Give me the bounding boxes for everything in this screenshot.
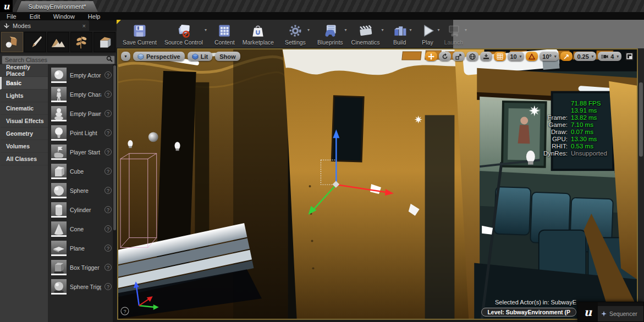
window-scrollbar[interactable] bbox=[638, 48, 644, 322]
close-icon[interactable]: × bbox=[82, 23, 86, 29]
paint-mode-tab[interactable] bbox=[24, 32, 46, 52]
landscape-mode-tab[interactable] bbox=[47, 32, 69, 52]
list-item[interactable]: Cube ? bbox=[48, 162, 113, 181]
list-item[interactable]: Cylinder ? bbox=[48, 200, 113, 219]
blueprints-button[interactable]: Blueprints bbox=[313, 21, 347, 47]
scrollbar-thumb[interactable] bbox=[113, 65, 116, 230]
source-control-button[interactable]: Source Control bbox=[161, 21, 207, 47]
help-icon[interactable]: ? bbox=[104, 110, 112, 117]
rotation-snap-value[interactable]: 10°▾ bbox=[540, 52, 559, 61]
surface-snap-button[interactable] bbox=[480, 52, 492, 61]
dropdown-caret-icon[interactable]: ▾ bbox=[410, 27, 412, 32]
launch-button[interactable]: Launch bbox=[441, 21, 467, 47]
modes-sprout-icon bbox=[3, 23, 10, 29]
camera-speed-button[interactable]: 4▾ bbox=[598, 52, 621, 61]
list-item[interactable]: Sphere ? bbox=[48, 181, 113, 200]
foliage-mode-tab[interactable] bbox=[70, 32, 92, 52]
dropdown-caret-icon[interactable]: ▾ bbox=[205, 27, 207, 32]
list-item[interactable]: Player Start ? bbox=[48, 142, 113, 162]
dropdown-caret-icon[interactable]: ▾ bbox=[382, 27, 384, 32]
move-tool-button[interactable] bbox=[425, 52, 437, 61]
mode-tab-bar bbox=[0, 31, 117, 53]
save-current-button[interactable]: Save Current bbox=[119, 21, 161, 47]
list-item[interactable]: Cone ? bbox=[48, 219, 113, 238]
help-icon[interactable]: ? bbox=[104, 71, 112, 79]
level-button[interactable]: Level: SubwayEnvironment (P bbox=[481, 308, 576, 317]
popup-titlebar[interactable] bbox=[598, 302, 643, 306]
help-icon[interactable]: ? bbox=[104, 264, 112, 271]
grid-snap-toggle[interactable] bbox=[494, 52, 506, 61]
empty-actor-thumbnail bbox=[51, 68, 67, 83]
level-tab[interactable]: SubwayEnvironment* bbox=[16, 1, 98, 12]
menu-file[interactable]: File bbox=[7, 13, 16, 20]
category-cinematic[interactable]: Cinematic bbox=[0, 102, 48, 115]
grid-snap-value[interactable]: 10▾ bbox=[508, 52, 525, 61]
clapperboard-icon bbox=[357, 23, 375, 38]
list-item[interactable]: Empty Pawn ? bbox=[48, 104, 113, 123]
menu-edit[interactable]: Edit bbox=[30, 13, 40, 20]
category-recently-placed[interactable]: Recently Placed bbox=[0, 64, 48, 77]
viewport-options-button[interactable]: ▼ bbox=[121, 52, 130, 61]
empty-character-thumbnail bbox=[51, 87, 67, 102]
category-lights[interactable]: Lights bbox=[0, 90, 48, 102]
help-icon[interactable]: ? bbox=[104, 91, 112, 98]
scale-snap-value[interactable]: 0.25▾ bbox=[574, 52, 596, 61]
category-basic[interactable]: Basic bbox=[0, 77, 48, 90]
help-icon[interactable]: ? bbox=[104, 187, 112, 194]
settings-button[interactable]: Settings bbox=[281, 21, 310, 47]
dropdown-caret-icon: ▾ bbox=[554, 54, 557, 59]
rotate-tool-button[interactable] bbox=[439, 52, 451, 61]
view-mode-button[interactable]: Lit bbox=[188, 52, 212, 61]
dropdown-caret-icon[interactable]: ▾ bbox=[438, 27, 440, 32]
build-button[interactable]: Build bbox=[388, 21, 412, 47]
scale-tool-button[interactable] bbox=[453, 52, 465, 61]
viewport-toolbar-right: 10▾ 10°▾ 0.25▾ 4▾ bbox=[425, 52, 634, 61]
menu-help[interactable]: Help bbox=[88, 13, 101, 20]
search-classes-input[interactable] bbox=[2, 55, 115, 64]
content-button[interactable]: Content bbox=[211, 21, 239, 47]
help-icon[interactable]: ? bbox=[104, 283, 112, 290]
viewport-canvas[interactable]: ? ▼ Perspective Lit Show bbox=[117, 48, 638, 320]
maximize-viewport-button[interactable] bbox=[625, 52, 634, 60]
modes-scrollbar[interactable] bbox=[113, 64, 117, 322]
cinematics-button[interactable]: Cinematics bbox=[348, 21, 384, 47]
perspective-icon bbox=[137, 53, 144, 60]
show-flags-button[interactable]: Show bbox=[215, 52, 240, 61]
modes-tab[interactable]: Modes × bbox=[0, 20, 89, 31]
geometry-mode-tab[interactable] bbox=[93, 32, 115, 52]
help-icon[interactable]: ? bbox=[104, 245, 112, 252]
list-item[interactable]: Point Light ? bbox=[48, 123, 113, 142]
camera-mode-button[interactable]: Perspective bbox=[133, 52, 185, 61]
dropdown-caret-icon[interactable]: ▾ bbox=[345, 27, 347, 32]
viewport-help-icon[interactable]: ? bbox=[121, 307, 129, 315]
list-item[interactable]: Plane ? bbox=[48, 238, 113, 258]
scrollbar-thumb[interactable] bbox=[639, 82, 643, 157]
marketplace-button[interactable]: Marketplace bbox=[239, 21, 278, 47]
help-icon[interactable]: ? bbox=[104, 168, 112, 175]
cube-thumbnail bbox=[51, 164, 67, 179]
help-icon[interactable]: ? bbox=[104, 148, 112, 156]
world-local-toggle[interactable] bbox=[466, 52, 478, 61]
category-geometry[interactable]: Geometry bbox=[0, 127, 48, 140]
play-button[interactable]: Play bbox=[416, 21, 440, 47]
list-item[interactable]: Empty Actor ? bbox=[48, 65, 113, 85]
sequencer-popup[interactable]: u Sequencer bbox=[577, 302, 644, 322]
dropdown-caret-icon[interactable]: ▾ bbox=[307, 27, 310, 32]
sequencer-menu-item[interactable]: Sequencer bbox=[598, 306, 643, 321]
lit-cube-icon bbox=[192, 53, 199, 60]
subway-poster bbox=[502, 102, 546, 167]
category-visual-effects[interactable]: Visual Effects bbox=[0, 115, 48, 127]
list-item[interactable]: Box Trigger ? bbox=[48, 258, 113, 277]
scale-snap-toggle[interactable] bbox=[560, 52, 573, 61]
floppy-disk-icon bbox=[131, 23, 148, 38]
help-icon[interactable]: ? bbox=[104, 225, 112, 232]
help-icon[interactable]: ? bbox=[104, 129, 112, 136]
list-item[interactable]: Sphere Trigge ? bbox=[48, 277, 113, 296]
list-item[interactable]: Empty Charact ? bbox=[48, 85, 113, 104]
category-volumes[interactable]: Volumes bbox=[0, 140, 48, 153]
menu-window[interactable]: Window bbox=[53, 13, 75, 20]
rotation-snap-toggle[interactable] bbox=[526, 52, 538, 61]
category-all-classes[interactable]: All Classes bbox=[0, 153, 48, 165]
help-icon[interactable]: ? bbox=[104, 206, 112, 213]
place-mode-tab[interactable] bbox=[1, 32, 23, 52]
